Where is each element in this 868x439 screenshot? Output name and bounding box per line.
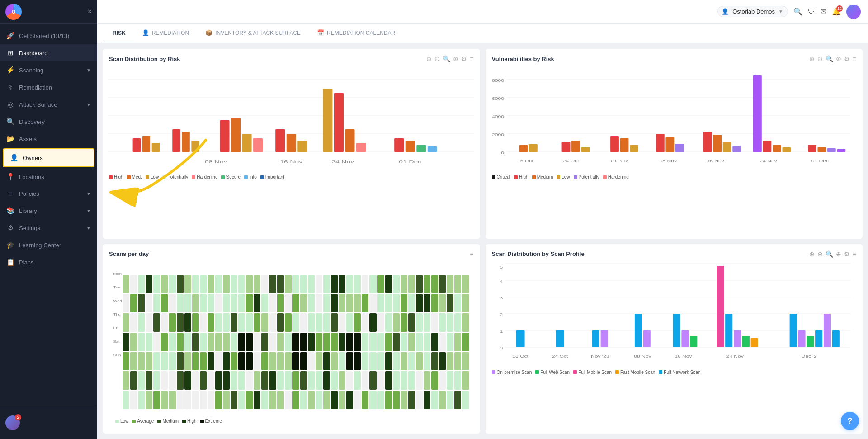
heatmap-cell: [401, 333, 407, 351]
help-button[interactable]: ?: [841, 412, 859, 430]
sidebar-item-scanning[interactable]: ⚡ Scanning ▼: [0, 61, 97, 79]
heatmap-cell: [416, 275, 423, 293]
heatmap-cell: [184, 313, 191, 332]
svg-text:6000: 6000: [492, 96, 504, 101]
zoom-icon[interactable]: 🔍: [443, 55, 450, 62]
mail-icon[interactable]: ✉: [821, 7, 826, 16]
scan-distribution-legend: High Med. Low Potentially Hardening Secu…: [109, 175, 474, 179]
add-icon[interactable]: ⊕: [453, 55, 458, 62]
zoom-out-icon-4[interactable]: ⊖: [817, 250, 823, 258]
heatmap-cell: [439, 275, 446, 293]
heatmap-cell: [184, 352, 191, 371]
add-icon-4[interactable]: ⊕: [836, 250, 841, 258]
sidebar-item-plans[interactable]: 📋 Plans: [0, 254, 97, 271]
add-icon-2[interactable]: ⊕: [836, 55, 841, 62]
sidebar-item-attack-surface[interactable]: ◎ Attack Surface ▼: [0, 96, 97, 113]
heatmap-cell: [292, 352, 299, 371]
sidebar-item-policies[interactable]: ≡ Policies ▼: [0, 185, 97, 202]
heatmap-cell: [169, 313, 175, 332]
menu-icon-3[interactable]: ≡: [470, 250, 473, 258]
heatmap-cell: [261, 333, 268, 351]
shield-icon[interactable]: 🛡: [808, 8, 815, 16]
heatmap-cell: [323, 371, 330, 390]
user-avatar[interactable]: [846, 5, 861, 19]
heatmap-cell: [408, 391, 415, 409]
zoom-in-icon[interactable]: ⊕: [426, 55, 432, 62]
svg-rect-41: [528, 144, 537, 152]
menu-icon-2[interactable]: ≡: [853, 55, 856, 62]
sidebar-item-settings[interactable]: ⚙ Settings ▼: [0, 219, 97, 236]
chevron-icon: ▼: [86, 68, 91, 73]
heatmap-cell: [454, 294, 461, 312]
search-icon[interactable]: 🔍: [793, 7, 802, 16]
heatmap-cell: [215, 352, 222, 371]
heatmap-cell: [184, 294, 191, 312]
heatmap-cell: [169, 333, 175, 351]
svg-text:08 Nov: 08 Nov: [205, 160, 228, 165]
heatmap-cell: [261, 352, 268, 371]
sidebar-item-learning-center[interactable]: 🎓 Learning Center: [0, 236, 97, 254]
heatmap-cell: [346, 371, 353, 390]
heatmap-cell: [177, 275, 184, 293]
heatmap-cell: [385, 391, 392, 409]
menu-icon[interactable]: ≡: [470, 55, 473, 62]
heatmap-cell: [208, 391, 214, 409]
heatmap-cell: [269, 352, 276, 371]
sidebar-label-owners: Owners: [23, 155, 43, 161]
heatmap-cell: [346, 294, 353, 312]
sidebar-item-discovery[interactable]: 🔍 Discovery: [0, 113, 97, 130]
heatmap-cell: [439, 313, 446, 332]
tab-remediation[interactable]: 👤 REMEDIATION: [134, 24, 197, 42]
heatmap-cell: [462, 352, 469, 371]
heatmap-cell: [130, 371, 137, 390]
svg-rect-21: [356, 143, 366, 152]
heatmap-cell: [192, 333, 199, 351]
menu-icon-4[interactable]: ≡: [853, 250, 856, 258]
sidebar-item-assets[interactable]: 📂 Assets: [0, 130, 97, 147]
sidebar-item-library[interactable]: 📚 Library ▼: [0, 202, 97, 219]
tab-calendar[interactable]: 📅 REMEDIATION CALENDAR: [309, 24, 403, 42]
heatmap-cell: [462, 294, 469, 312]
settings-icon-2[interactable]: ⚙: [844, 55, 850, 62]
sidebar-item-owners[interactable]: 👤 Owners: [3, 148, 94, 167]
chevron-icon: ▼: [86, 191, 91, 196]
heatmap-cell: [246, 371, 253, 390]
close-sidebar-button[interactable]: ×: [88, 8, 92, 16]
svg-rect-94: [643, 330, 650, 347]
sidebar-item-locations[interactable]: 📍 Locations: [0, 168, 97, 185]
svg-rect-91: [592, 330, 599, 347]
topbar-user-menu[interactable]: 👤 Ostorlab Demos ▼: [717, 6, 788, 17]
settings-icon[interactable]: ⚙: [461, 55, 467, 62]
heatmap-cell: [231, 275, 237, 293]
logo-icon[interactable]: O: [5, 4, 22, 20]
sidebar-item-get-started[interactable]: 🚀 Get Started (13/13): [0, 27, 97, 44]
tab-risk[interactable]: RISK: [104, 24, 134, 42]
zoom-out-icon-2[interactable]: ⊖: [817, 55, 823, 62]
heatmap-cell: [169, 391, 175, 409]
heatmap-cell: [215, 275, 222, 293]
svg-text:2000: 2000: [492, 132, 504, 137]
svg-rect-16: [287, 134, 296, 152]
zoom-icon-4[interactable]: 🔍: [826, 250, 833, 258]
svg-rect-50: [675, 144, 684, 152]
zoom-in-icon-2[interactable]: ⊕: [809, 55, 815, 62]
zoom-icon-2[interactable]: 🔍: [826, 55, 833, 62]
sidebar-item-remediation[interactable]: ⚕ Remediation: [0, 79, 97, 96]
svg-text:1: 1: [500, 329, 503, 333]
svg-rect-25: [428, 146, 437, 152]
zoom-in-icon-4[interactable]: ⊕: [809, 250, 815, 258]
heatmap-cell: [123, 294, 129, 312]
heatmap-cell: [192, 294, 199, 312]
heatmap-cell: [362, 391, 368, 409]
sidebar-item-dashboard[interactable]: ⊞ Dashboard: [0, 44, 97, 61]
zoom-out-icon[interactable]: ⊖: [434, 55, 440, 62]
tab-inventory[interactable]: 📦 INVENTORY & ATTACK SURFACE: [197, 24, 309, 42]
heatmap-cell: [153, 352, 160, 371]
heatmap-cell: [208, 371, 214, 390]
heatmap-cell: [177, 371, 184, 390]
settings-icon-4[interactable]: ⚙: [844, 250, 850, 258]
vuln-chart-title: Vulnerabilities by Risk: [492, 56, 554, 62]
heatmap-cell: [285, 333, 292, 351]
svg-rect-52: [713, 135, 722, 152]
heatmap-cell: [416, 371, 423, 390]
